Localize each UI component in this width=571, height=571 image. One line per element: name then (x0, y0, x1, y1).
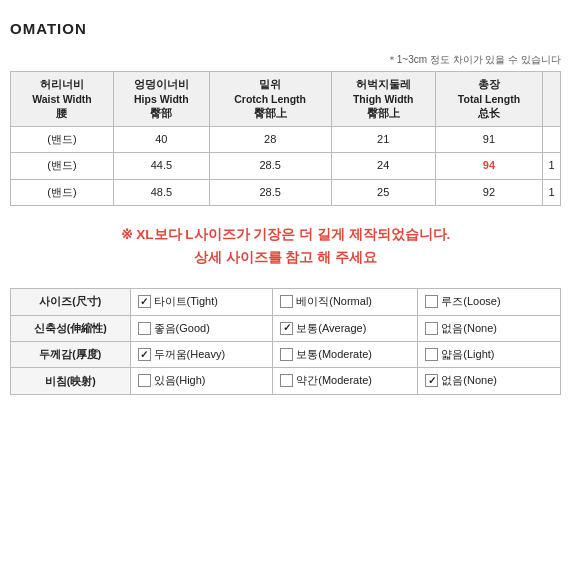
attr-option-cell: 약간(Moderate) (273, 368, 418, 394)
attr-option: 없음(None) (425, 321, 553, 336)
col-thigh: 허벅지둘레Thigh Width臀部上 (331, 72, 435, 127)
attr-option: 보통(Moderate) (280, 347, 410, 362)
table-cell: 24 (331, 153, 435, 179)
attr-option-cell: 루즈(Loose) (418, 289, 561, 315)
option-label: 루즈(Loose) (441, 294, 500, 309)
option-label: 베이직(Normal) (296, 294, 372, 309)
notice: ※ XL보다 L사이즈가 기장은 더 길게 제작되었습니다. 상세 사이즈를 참… (10, 224, 561, 270)
table-cell: (밴드) (11, 179, 114, 205)
attr-row: 비침(映射)있음(High)약간(Moderate)없음(None) (11, 368, 561, 394)
table-cell: 1 (543, 153, 561, 179)
option-label: 얇음(Light) (441, 347, 494, 362)
option-label: 타이트(Tight) (154, 294, 218, 309)
checkbox-unchecked[interactable] (280, 348, 293, 361)
col-hips: 엉덩이너비Hips Width臀部 (113, 72, 209, 127)
table-cell: 28.5 (209, 153, 331, 179)
option-label: 좋음(Good) (154, 321, 210, 336)
checkbox-unchecked[interactable] (138, 374, 151, 387)
table-cell: 21 (331, 127, 435, 153)
attr-option-cell: 없음(None) (418, 315, 561, 341)
attributes-table: 사이즈(尺寸)타이트(Tight)베이직(Normal)루즈(Loose)신축성… (10, 288, 561, 395)
table-row: (밴드)40282191 (11, 127, 561, 153)
table-row: (밴드)44.528.524941 (11, 153, 561, 179)
note: ＊1~3cm 정도 차이가 있을 수 있습니다 (10, 53, 561, 67)
table-cell: 44.5 (113, 153, 209, 179)
notice-line2: 상세 사이즈를 참고 해 주세요 (10, 247, 561, 270)
attr-option-cell: 베이직(Normal) (273, 289, 418, 315)
table-cell: 40 (113, 127, 209, 153)
table-cell: 92 (435, 179, 542, 205)
attr-option: 루즈(Loose) (425, 294, 553, 309)
size-table: 허리너비Waist Width腰 엉덩이너비Hips Width臀部 밑위Cro… (10, 71, 561, 206)
attr-option-cell: 보통(Average) (273, 315, 418, 341)
attr-option: 얇음(Light) (425, 347, 553, 362)
checkbox-unchecked[interactable] (280, 295, 293, 308)
option-label: 두꺼움(Heavy) (154, 347, 226, 362)
attr-option: 있음(High) (138, 373, 266, 388)
attr-option-cell: 있음(High) (130, 368, 273, 394)
option-label: 보통(Average) (296, 321, 366, 336)
col-extra (543, 72, 561, 127)
attr-row: 신축성(伸縮性)좋음(Good)보통(Average)없음(None) (11, 315, 561, 341)
notice-line1: ※ XL보다 L사이즈가 기장은 더 길게 제작되었습니다. (10, 224, 561, 247)
attr-option-cell: 두꺼움(Heavy) (130, 341, 273, 367)
attr-label: 신축성(伸縮性) (11, 315, 131, 341)
checkbox-checked[interactable] (138, 348, 151, 361)
checkbox-checked[interactable] (280, 322, 293, 335)
attr-option: 없음(None) (425, 373, 553, 388)
table-cell: 91 (435, 127, 542, 153)
table-cell: 94 (435, 153, 542, 179)
attr-label: 비침(映射) (11, 368, 131, 394)
attr-option: 타이트(Tight) (138, 294, 266, 309)
checkbox-unchecked[interactable] (280, 374, 293, 387)
attr-label: 사이즈(尺寸) (11, 289, 131, 315)
table-cell: 25 (331, 179, 435, 205)
option-label: 없음(None) (441, 321, 497, 336)
table-cell: (밴드) (11, 153, 114, 179)
col-total: 총장Total Length总长 (435, 72, 542, 127)
attr-option: 두꺼움(Heavy) (138, 347, 266, 362)
table-cell (543, 127, 561, 153)
attr-option: 좋음(Good) (138, 321, 266, 336)
table-cell: (밴드) (11, 127, 114, 153)
attr-option-cell: 없음(None) (418, 368, 561, 394)
page-title: OMATION (10, 20, 561, 37)
col-crotch: 밑위Crotch Length臀部上 (209, 72, 331, 127)
checkbox-unchecked[interactable] (425, 322, 438, 335)
option-label: 있음(High) (154, 373, 206, 388)
checkbox-unchecked[interactable] (425, 348, 438, 361)
table-cell: 28 (209, 127, 331, 153)
attr-row: 두께감(厚度)두꺼움(Heavy)보통(Moderate)얇음(Light) (11, 341, 561, 367)
checkbox-unchecked[interactable] (138, 322, 151, 335)
table-cell: 28.5 (209, 179, 331, 205)
col-waist: 허리너비Waist Width腰 (11, 72, 114, 127)
attr-row: 사이즈(尺寸)타이트(Tight)베이직(Normal)루즈(Loose) (11, 289, 561, 315)
attr-option-cell: 얇음(Light) (418, 341, 561, 367)
table-cell: 48.5 (113, 179, 209, 205)
attr-label: 두께감(厚度) (11, 341, 131, 367)
option-label: 약간(Moderate) (296, 373, 372, 388)
option-label: 없음(None) (441, 373, 497, 388)
checkbox-checked[interactable] (138, 295, 151, 308)
attr-option: 약간(Moderate) (280, 373, 410, 388)
option-label: 보통(Moderate) (296, 347, 372, 362)
attr-option-cell: 좋음(Good) (130, 315, 273, 341)
attr-option-cell: 보통(Moderate) (273, 341, 418, 367)
attr-option-cell: 타이트(Tight) (130, 289, 273, 315)
table-row: (밴드)48.528.525921 (11, 179, 561, 205)
checkbox-unchecked[interactable] (425, 295, 438, 308)
table-cell: 1 (543, 179, 561, 205)
attr-option: 보통(Average) (280, 321, 410, 336)
attr-option: 베이직(Normal) (280, 294, 410, 309)
checkbox-checked[interactable] (425, 374, 438, 387)
